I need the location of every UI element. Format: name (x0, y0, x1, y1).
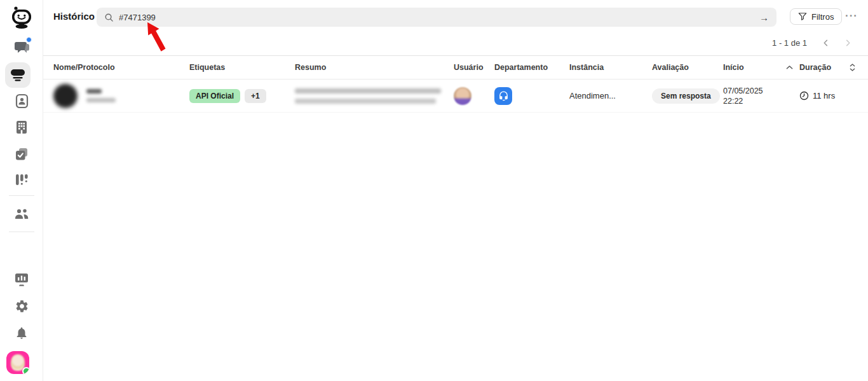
filters-button[interactable]: Filtros (790, 8, 842, 25)
contact-name-blurred (86, 89, 116, 102)
table-row[interactable]: API Oficial +1 Atendimen... S (43, 80, 868, 113)
reports-icon (15, 173, 29, 188)
cell-duracao: 11 hrs (799, 91, 855, 100)
column-header-inicio-label: Início (723, 63, 744, 72)
sidebar-item-notifications[interactable] (0, 325, 43, 340)
column-header-usuario[interactable]: Usuário (454, 63, 494, 72)
tag-badge[interactable]: API Oficial (189, 89, 240, 103)
sidebar-item-company[interactable] (0, 120, 43, 135)
huggy-logo-icon (11, 6, 32, 30)
notifications-icon (15, 326, 29, 340)
wallboard-icon (14, 272, 29, 287)
column-header-instancia[interactable]: Instância (569, 63, 652, 72)
filters-button-label: Filtros (811, 12, 834, 22)
chevron-right-icon (844, 39, 851, 46)
column-header-avaliacao[interactable]: Avaliação (652, 63, 723, 72)
pagination-next-button[interactable] (844, 39, 851, 46)
settings-icon (15, 299, 29, 314)
sidebar-item-settings[interactable] (0, 298, 43, 314)
sidebar-divider (9, 232, 34, 232)
cell-nome-protocolo (53, 84, 189, 108)
column-header-nome-protocolo[interactable]: Nome/Protocolo (53, 63, 189, 72)
column-header-resumo[interactable]: Resumo (295, 63, 454, 72)
main-content: Histórico → Filtros ··· 1 - 1 de 1 (43, 0, 868, 381)
history-icon (10, 69, 25, 81)
search-submit-arrow-icon[interactable]: → (759, 13, 769, 22)
cell-instancia: Atendimen... (569, 91, 652, 100)
cell-avaliacao: Sem resposta (652, 88, 723, 104)
tag-more-badge[interactable]: +1 (245, 89, 266, 103)
headset-icon (498, 90, 509, 101)
column-header-etiquetas[interactable]: Etiquetas (189, 63, 295, 72)
pagination: 1 - 1 de 1 (772, 37, 851, 48)
search-bar[interactable]: → (97, 8, 776, 27)
company-icon (15, 120, 29, 135)
history-table: Nome/Protocolo Etiquetas Resumo Usuário … (43, 55, 868, 113)
ellipsis-icon: ··· (845, 10, 858, 22)
user-avatar[interactable] (6, 351, 29, 374)
column-header-inicio[interactable]: Início (723, 63, 799, 72)
sidebar-item-contacts[interactable] (0, 94, 43, 109)
sidebar-item-team[interactable] (0, 206, 43, 221)
search-icon (104, 13, 114, 22)
sidebar-divider (9, 195, 34, 196)
column-header-duracao-label: Duração (799, 63, 831, 72)
more-options-button[interactable]: ··· (841, 8, 862, 24)
column-header-duracao[interactable]: Duração (799, 63, 855, 72)
sort-asc-icon[interactable] (786, 65, 793, 70)
search-input[interactable] (119, 13, 759, 22)
column-header-departamento[interactable]: Departamento (494, 63, 569, 72)
clock-icon (799, 91, 809, 100)
cell-departamento (494, 87, 569, 105)
table-header-row: Nome/Protocolo Etiquetas Resumo Usuário … (43, 55, 868, 80)
duration-value: 11 hrs (813, 91, 835, 100)
cell-inicio: 07/05/2025 22:22 (723, 86, 799, 106)
contact-avatar-blurred (53, 84, 78, 108)
chevron-left-icon (822, 39, 829, 46)
sidebar-item-chats[interactable] (0, 38, 43, 56)
sidebar-item-tasks[interactable] (0, 146, 43, 162)
pagination-label: 1 - 1 de 1 (772, 38, 807, 48)
cell-etiquetas: API Oficial +1 (189, 89, 295, 103)
start-time: 22:22 (723, 96, 799, 106)
cell-resumo-blurred (295, 88, 454, 104)
funnel-icon (798, 12, 807, 21)
online-status-dot (22, 367, 29, 374)
department-badge[interactable] (494, 87, 512, 105)
sort-both-icon[interactable] (850, 63, 855, 72)
sidebar-item-reports[interactable] (0, 173, 43, 188)
team-icon (14, 207, 29, 221)
cell-usuario (454, 87, 494, 105)
rating-badge: Sem resposta (652, 88, 720, 104)
page-title: Histórico (53, 11, 95, 22)
sidebar-item-wallboard[interactable] (0, 272, 43, 287)
sidebar-item-history[interactable] (5, 62, 31, 88)
agent-avatar[interactable] (454, 87, 471, 105)
pagination-prev-button[interactable] (822, 39, 829, 46)
sidebar (0, 0, 43, 381)
contacts-icon (15, 94, 29, 109)
tasks-icon (14, 146, 29, 162)
start-date: 07/05/2025 (723, 86, 799, 96)
huggy-logo[interactable] (0, 5, 43, 31)
chats-notification-dot (26, 37, 32, 43)
